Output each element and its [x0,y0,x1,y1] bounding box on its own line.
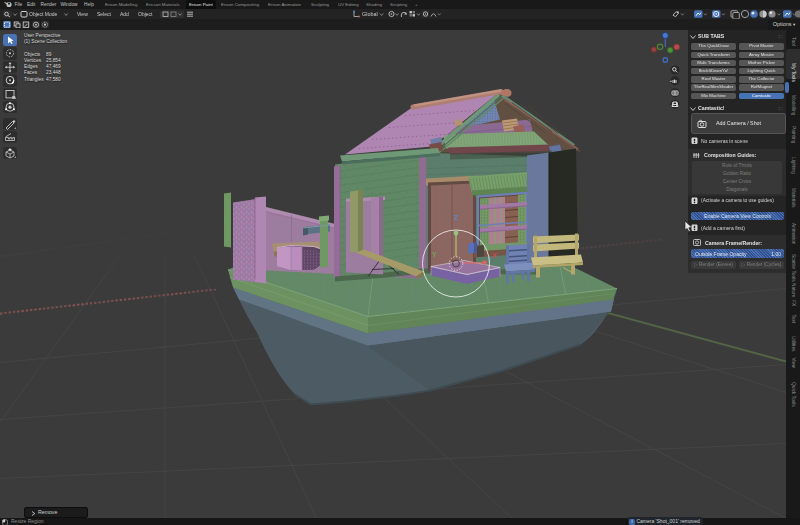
svg-text:Z: Z [454,213,458,220]
svg-text:Y: Y [432,251,437,258]
svg-text:X: X [493,252,498,259]
